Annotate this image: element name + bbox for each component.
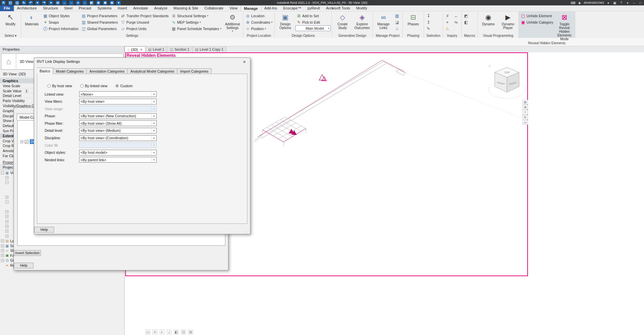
ribbon-button[interactable]: Toggle Reveal Hidden Elements Mode ▾	[555, 13, 574, 41]
ribbon-tab[interactable]: Architecture	[14, 5, 40, 11]
visibility-checkbox[interactable]: ✓	[25, 140, 28, 144]
tree-expand-icon[interactable]: +	[1, 254, 4, 257]
ribbon-tab[interactable]: Modify	[353, 5, 370, 11]
ribbon-button[interactable]: Dynamo ▾	[479, 13, 498, 33]
tree-expand-icon[interactable]: +	[1, 249, 4, 252]
tree-expand-icon[interactable]: +	[5, 176, 8, 179]
ribbon-tab[interactable]: File	[0, 5, 14, 11]
qat-icon[interactable]	[35, 1, 40, 5]
view-control-icon[interactable]	[174, 330, 179, 334]
qat-icon[interactable]	[42, 1, 46, 5]
navigation-tool-icon[interactable]	[523, 115, 528, 120]
ribbon-button[interactable]: Coordinates ▾	[244, 19, 273, 25]
ribbon-tab[interactable]: Systems	[94, 5, 115, 11]
ribbon-button[interactable]: Shared Parameters ▾	[80, 19, 119, 25]
ribbon-button[interactable]: Object Styles ▾	[42, 13, 80, 19]
tree-expand-icon[interactable]: +	[20, 140, 23, 143]
view-control-icon[interactable]	[188, 330, 193, 334]
qat-icon[interactable]	[110, 1, 114, 5]
ribbon-button[interactable]: Add to Set ▾	[295, 13, 331, 19]
ribbon-button[interactable]: Location ▾	[244, 13, 273, 19]
view-control-icon[interactable]	[181, 330, 186, 334]
ribbon-button[interactable]: Unhide Category ▾	[520, 19, 554, 25]
qat-icon[interactable]	[15, 1, 19, 5]
ribbon-button[interactable]: Explore Outcomes ▾	[353, 13, 372, 33]
minimize-window-icon[interactable]	[632, 1, 636, 5]
ribbon-panel-label[interactable]: Macros	[463, 33, 476, 38]
tree-expand-icon[interactable]	[10, 191, 13, 194]
qat-icon[interactable]	[28, 1, 33, 5]
signed-in-user[interactable]: dimitris9GXW2	[584, 1, 604, 4]
ribbon-button[interactable]: Transfer Project Standards ▾	[119, 13, 170, 19]
tree-expand-icon[interactable]: +	[1, 239, 4, 242]
tree-expand-icon[interactable]: −	[1, 171, 4, 174]
ribbon-tab[interactable]: Precast	[75, 5, 94, 11]
field-dropdown[interactable]: <By host view> (Show All) ▾	[79, 120, 157, 126]
qat-icon[interactable]	[1, 1, 6, 5]
qat-icon[interactable]	[116, 1, 121, 5]
ribbon-button[interactable]: Phases ▾	[404, 13, 423, 33]
qat-icon[interactable]	[55, 1, 60, 5]
navigation-tool-icon[interactable]	[523, 110, 528, 115]
ribbon-panel-label[interactable]: Manage Project	[374, 33, 401, 38]
communication-center-icon[interactable]	[571, 1, 575, 5]
dialog-tab[interactable]: Model Categories	[53, 68, 87, 74]
ribbon-tab[interactable]: Massing & Site	[171, 5, 201, 11]
view-tab[interactable]: {3D} ✕	[125, 46, 146, 52]
help-icon[interactable]	[619, 1, 623, 5]
field-dropdown[interactable]: <By host view> (Medium) ▾	[79, 128, 157, 134]
view-control-icon[interactable]	[153, 330, 157, 334]
tree-expand-icon[interactable]: +	[5, 220, 8, 223]
qat-icon[interactable]	[49, 1, 53, 5]
ribbon-button[interactable]: Position ▾	[244, 25, 273, 32]
field-dropdown[interactable]: <By parent link> ▾	[79, 157, 157, 163]
viewcube-home-icon[interactable]: ⌂	[489, 64, 491, 67]
ribbon-button[interactable]: ▾	[463, 13, 470, 19]
field-dropdown[interactable]: <By host view> ▾	[79, 99, 157, 104]
field-dropdown[interactable]: ▾	[79, 142, 157, 148]
ribbon-tab[interactable]: Archisoft Tools	[323, 5, 353, 11]
qat-icon[interactable]	[96, 1, 101, 5]
user-menu-chevron-icon[interactable]	[606, 1, 610, 5]
qat-icon[interactable]	[62, 1, 67, 5]
tree-expand-icon[interactable]: +	[5, 215, 8, 218]
close-icon[interactable]: ✕	[140, 48, 142, 51]
ribbon-button[interactable]: Design Options ▾	[276, 13, 295, 33]
ribbon-button[interactable]: Purge Unused ▾	[119, 19, 170, 25]
ribbon-button[interactable]: Modify ▾	[1, 13, 20, 33]
ribbon-panel-label[interactable]: Generative Design	[333, 33, 372, 38]
ribbon-button[interactable]: ▾	[452, 19, 460, 25]
ribbon-button[interactable]: ▾	[444, 13, 452, 19]
ribbon-button[interactable]: Project Units ▾	[119, 25, 170, 32]
ribbon-panel-label[interactable]: Reveal Hidden Elements	[520, 41, 574, 45]
ribbon-tab[interactable]: Analyze	[151, 5, 170, 11]
dialog-button[interactable]: Help	[14, 263, 34, 268]
ribbon-panel-label[interactable]: Phasing	[404, 33, 423, 38]
ribbon-button[interactable]: ▾	[463, 19, 470, 25]
ribbon-tab[interactable]: Structure	[40, 5, 61, 11]
ribbon-button[interactable]: Manage Links ▾	[374, 13, 393, 33]
ribbon-tab[interactable]: Insert	[115, 5, 130, 11]
ribbon-tab[interactable]: Annotate	[130, 5, 151, 11]
resize-grip[interactable]: ⋰	[246, 230, 249, 233]
ribbon-tab[interactable]: Manage	[241, 5, 261, 11]
qat-icon[interactable]	[69, 1, 73, 5]
ribbon-tab[interactable]: Steel	[61, 5, 75, 11]
ribbon-button[interactable]: ▾	[444, 19, 452, 25]
ribbon-button[interactable]: Snaps ▾	[42, 19, 80, 25]
tree-expand-icon[interactable]: −	[5, 181, 8, 184]
tree-expand-icon[interactable]	[1, 264, 4, 267]
selection-button[interactable]: Invert Selection	[14, 250, 41, 256]
ribbon-panel-label[interactable]: Selection	[425, 33, 442, 38]
ribbon-tab-extra-icon[interactable]	[330, 7, 331, 10]
dialog-tab[interactable]: Import Categories	[177, 68, 211, 74]
ribbon-button[interactable]: Project Parameters ▾	[80, 13, 119, 19]
ribbon-button[interactable]: Dynamo Player ▾	[498, 13, 517, 33]
ribbon-button[interactable]: Main Model ▾	[295, 25, 331, 31]
tree-expand-icon[interactable]: +	[5, 235, 8, 238]
ribbon-button[interactable]: Project Information ▾	[42, 25, 80, 32]
ribbon-button[interactable]: Structural Settings ▾	[170, 13, 222, 19]
tree-expand-icon[interactable]: +	[1, 244, 4, 247]
ribbon-panel-label[interactable]: Select ▾	[1, 33, 20, 38]
view-cube[interactable]: TOP FRONT RIGHT ⌂	[487, 62, 527, 102]
